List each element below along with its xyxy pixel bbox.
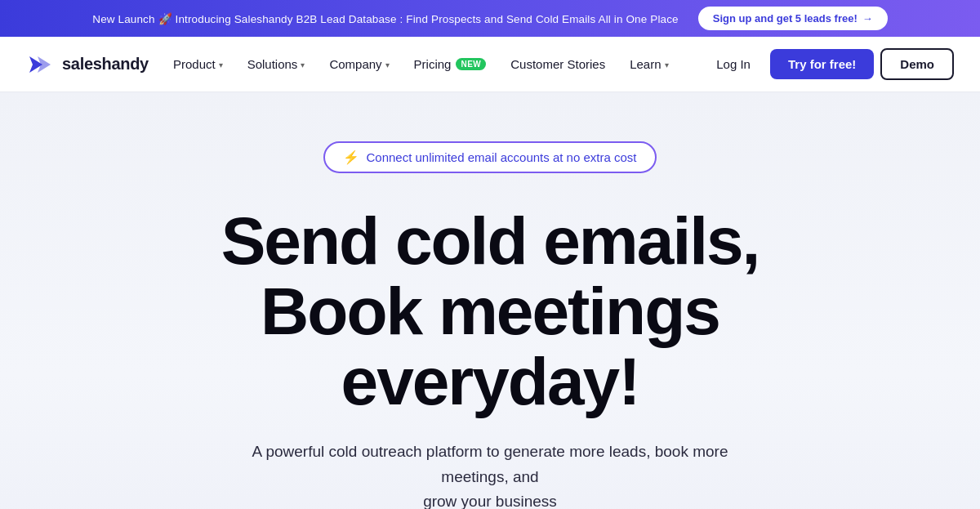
nav-solutions-label: Solutions <box>247 57 298 71</box>
hero-subtitle-line1: A powerful cold outreach platform to gen… <box>252 443 728 484</box>
hero-section: ⚡ Connect unlimited email accounts at no… <box>0 92 980 509</box>
nav-learn-label: Learn <box>630 57 661 71</box>
login-label: Log In <box>716 57 751 71</box>
nav-item-pricing[interactable]: Pricing NEW <box>403 51 498 78</box>
hero-pill[interactable]: ⚡ Connect unlimited email accounts at no… <box>323 141 656 173</box>
lightning-icon: ⚡ <box>343 150 359 165</box>
logo-text: saleshandy <box>62 55 149 74</box>
pricing-new-badge: NEW <box>456 58 486 70</box>
demo-label: Demo <box>900 57 934 71</box>
nav-item-customer-stories[interactable]: Customer Stories <box>499 51 617 78</box>
announcement-cta-arrow: → <box>862 12 873 25</box>
announcement-cta-label: Sign up and get 5 leads free! <box>713 12 858 25</box>
nav-item-product[interactable]: Product ▾ <box>162 51 234 78</box>
try-free-button[interactable]: Try for free! <box>770 49 874 79</box>
nav-product-label: Product <box>173 57 216 71</box>
nav-links: Product ▾ Solutions ▾ Company ▾ Pricing … <box>162 51 703 78</box>
logo-icon <box>26 50 56 79</box>
nav-item-company[interactable]: Company ▾ <box>318 51 400 78</box>
hero-title-line1: Send cold emails, <box>221 203 760 278</box>
try-free-label: Try for free! <box>788 57 856 71</box>
nav-item-learn[interactable]: Learn ▾ <box>618 51 679 78</box>
hero-subtitle: A powerful cold outreach platform to gen… <box>229 440 751 509</box>
hero-title: Send cold emails, Book meetings everyday… <box>122 206 858 417</box>
announcement-cta-button[interactable]: Sign up and get 5 leads free! → <box>698 7 888 30</box>
nav-company-label: Company <box>329 57 381 71</box>
login-button[interactable]: Log In <box>703 51 764 78</box>
hero-subtitle-line2: grow your business <box>423 493 557 509</box>
demo-button[interactable]: Demo <box>880 48 954 80</box>
navbar: saleshandy Product ▾ Solutions ▾ Company… <box>0 37 980 92</box>
nav-customer-stories-label: Customer Stories <box>510 57 605 71</box>
nav-item-solutions[interactable]: Solutions ▾ <box>236 51 317 78</box>
nav-pricing-label: Pricing <box>414 57 452 71</box>
logo-link[interactable]: saleshandy <box>26 50 149 79</box>
chevron-down-icon: ▾ <box>301 60 305 69</box>
announcement-text: New Launch 🚀 Introducing Saleshandy B2B … <box>92 12 679 25</box>
chevron-down-icon: ▾ <box>219 60 223 69</box>
hero-title-line2: Book meetings everyday! <box>261 274 719 418</box>
announcement-bar: New Launch 🚀 Introducing Saleshandy B2B … <box>0 0 980 37</box>
hero-pill-text: Connect unlimited email accounts at no e… <box>366 150 636 164</box>
nav-actions: Log In Try for free! Demo <box>703 48 954 80</box>
chevron-down-icon: ▾ <box>665 60 669 69</box>
chevron-down-icon: ▾ <box>385 60 390 69</box>
